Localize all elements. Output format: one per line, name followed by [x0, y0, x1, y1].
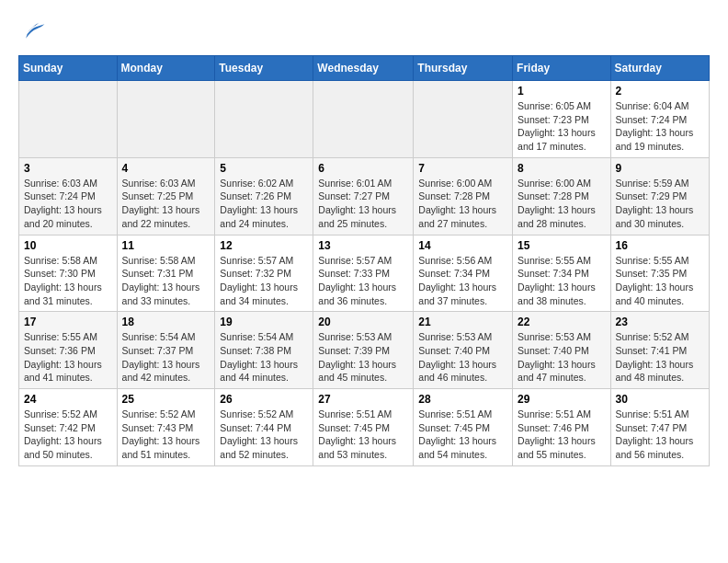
calendar-cell: 19Sunrise: 5:54 AM Sunset: 7:38 PM Dayli…: [215, 312, 313, 389]
day-info: Sunrise: 5:51 AM Sunset: 7:45 PM Dayligh…: [318, 408, 408, 462]
day-info: Sunrise: 5:51 AM Sunset: 7:46 PM Dayligh…: [518, 408, 606, 462]
day-info: Sunrise: 5:54 AM Sunset: 7:38 PM Dayligh…: [220, 330, 308, 385]
calendar-cell: 20Sunrise: 5:53 AM Sunset: 7:39 PM Dayli…: [313, 312, 414, 389]
day-info: Sunrise: 5:56 AM Sunset: 7:34 PM Dayligh…: [418, 254, 507, 308]
day-number: 30: [616, 393, 704, 406]
calendar-table: SundayMondayTuesdayWednesdayThursdayFrid…: [18, 55, 710, 466]
calendar-cell: 27Sunrise: 5:51 AM Sunset: 7:45 PM Dayli…: [313, 389, 414, 466]
day-number: 13: [318, 239, 408, 252]
calendar-header-monday: Monday: [117, 56, 215, 81]
day-info: Sunrise: 5:51 AM Sunset: 7:47 PM Dayligh…: [616, 408, 704, 462]
day-number: 7: [418, 162, 507, 175]
calendar-cell: 8Sunrise: 6:00 AM Sunset: 7:28 PM Daylig…: [513, 157, 611, 235]
calendar-cell: 21Sunrise: 5:53 AM Sunset: 7:40 PM Dayli…: [414, 312, 513, 389]
calendar-cell: 3Sunrise: 6:03 AM Sunset: 7:24 PM Daylig…: [19, 157, 118, 235]
day-info: Sunrise: 5:52 AM Sunset: 7:44 PM Dayligh…: [220, 408, 308, 462]
calendar-cell: 16Sunrise: 5:55 AM Sunset: 7:35 PM Dayli…: [610, 235, 709, 312]
calendar-cell: 17Sunrise: 5:55 AM Sunset: 7:36 PM Dayli…: [19, 312, 118, 389]
day-number: 1: [518, 85, 606, 98]
day-number: 17: [24, 316, 112, 328]
day-info: Sunrise: 5:53 AM Sunset: 7:39 PM Dayligh…: [318, 330, 408, 385]
day-info: Sunrise: 6:00 AM Sunset: 7:28 PM Dayligh…: [418, 177, 507, 231]
calendar-page: SundayMondayTuesdayWednesdayThursdayFrid…: [0, 0, 728, 481]
calendar-week-row: 1Sunrise: 6:05 AM Sunset: 7:23 PM Daylig…: [19, 81, 710, 158]
day-info: Sunrise: 5:54 AM Sunset: 7:37 PM Dayligh…: [122, 330, 210, 385]
day-info: Sunrise: 5:52 AM Sunset: 7:43 PM Dayligh…: [122, 408, 210, 462]
day-number: 5: [220, 162, 308, 175]
logo-bird-icon: [20, 18, 46, 44]
day-info: Sunrise: 5:55 AM Sunset: 7:34 PM Dayligh…: [518, 254, 606, 308]
calendar-cell: [19, 81, 118, 158]
day-info: Sunrise: 6:03 AM Sunset: 7:25 PM Dayligh…: [122, 177, 210, 231]
day-number: 20: [318, 316, 408, 328]
day-number: 18: [122, 316, 210, 328]
calendar-header-tuesday: Tuesday: [215, 56, 313, 81]
day-number: 15: [518, 239, 606, 252]
day-info: Sunrise: 5:53 AM Sunset: 7:40 PM Dayligh…: [418, 330, 507, 385]
calendar-cell: 7Sunrise: 6:00 AM Sunset: 7:28 PM Daylig…: [414, 157, 513, 235]
day-info: Sunrise: 5:58 AM Sunset: 7:31 PM Dayligh…: [122, 254, 210, 308]
calendar-cell: 26Sunrise: 5:52 AM Sunset: 7:44 PM Dayli…: [215, 389, 313, 466]
calendar-cell: [215, 81, 313, 158]
calendar-cell: 28Sunrise: 5:51 AM Sunset: 7:45 PM Dayli…: [414, 389, 513, 466]
day-info: Sunrise: 5:58 AM Sunset: 7:30 PM Dayligh…: [24, 254, 112, 308]
calendar-header-friday: Friday: [513, 56, 611, 81]
day-number: 11: [122, 239, 210, 252]
calendar-cell: 25Sunrise: 5:52 AM Sunset: 7:43 PM Dayli…: [117, 389, 215, 466]
calendar-cell: 11Sunrise: 5:58 AM Sunset: 7:31 PM Dayli…: [117, 235, 215, 312]
calendar-cell: 2Sunrise: 6:04 AM Sunset: 7:24 PM Daylig…: [610, 81, 709, 158]
day-info: Sunrise: 5:52 AM Sunset: 7:42 PM Dayligh…: [24, 408, 112, 462]
calendar-header-thursday: Thursday: [414, 56, 513, 81]
calendar-cell: 23Sunrise: 5:52 AM Sunset: 7:41 PM Dayli…: [610, 312, 709, 389]
calendar-cell: 30Sunrise: 5:51 AM Sunset: 7:47 PM Dayli…: [610, 389, 709, 466]
calendar-week-row: 3Sunrise: 6:03 AM Sunset: 7:24 PM Daylig…: [19, 157, 710, 235]
day-info: Sunrise: 5:53 AM Sunset: 7:40 PM Dayligh…: [518, 330, 606, 385]
calendar-cell: 22Sunrise: 5:53 AM Sunset: 7:40 PM Dayli…: [513, 312, 611, 389]
day-info: Sunrise: 5:52 AM Sunset: 7:41 PM Dayligh…: [616, 330, 704, 385]
calendar-cell: 18Sunrise: 5:54 AM Sunset: 7:37 PM Dayli…: [117, 312, 215, 389]
day-info: Sunrise: 5:57 AM Sunset: 7:33 PM Dayligh…: [318, 254, 408, 308]
header: [18, 15, 710, 48]
day-info: Sunrise: 6:04 AM Sunset: 7:24 PM Dayligh…: [616, 99, 704, 154]
day-number: 23: [616, 316, 704, 328]
calendar-week-row: 17Sunrise: 5:55 AM Sunset: 7:36 PM Dayli…: [19, 312, 710, 389]
calendar-cell: 24Sunrise: 5:52 AM Sunset: 7:42 PM Dayli…: [19, 389, 118, 466]
calendar-cell: 13Sunrise: 5:57 AM Sunset: 7:33 PM Dayli…: [313, 235, 414, 312]
calendar-cell: 9Sunrise: 5:59 AM Sunset: 7:29 PM Daylig…: [610, 157, 709, 235]
day-number: 14: [418, 239, 507, 252]
day-number: 3: [24, 162, 112, 175]
calendar-header-sunday: Sunday: [19, 56, 118, 81]
calendar-cell: [117, 81, 215, 158]
calendar-week-row: 10Sunrise: 5:58 AM Sunset: 7:30 PM Dayli…: [19, 235, 710, 312]
day-info: Sunrise: 6:01 AM Sunset: 7:27 PM Dayligh…: [318, 177, 408, 231]
calendar-cell: 5Sunrise: 6:02 AM Sunset: 7:26 PM Daylig…: [215, 157, 313, 235]
calendar-header-row: SundayMondayTuesdayWednesdayThursdayFrid…: [19, 56, 710, 81]
day-number: 27: [318, 393, 408, 406]
day-number: 2: [616, 85, 704, 98]
calendar-cell: 15Sunrise: 5:55 AM Sunset: 7:34 PM Dayli…: [513, 235, 611, 312]
day-number: 29: [518, 393, 606, 406]
calendar-header-saturday: Saturday: [610, 56, 709, 81]
day-number: 26: [220, 393, 308, 406]
day-info: Sunrise: 6:02 AM Sunset: 7:26 PM Dayligh…: [220, 177, 308, 231]
calendar-cell: 14Sunrise: 5:56 AM Sunset: 7:34 PM Dayli…: [414, 235, 513, 312]
day-info: Sunrise: 5:51 AM Sunset: 7:45 PM Dayligh…: [418, 408, 507, 462]
day-number: 21: [418, 316, 507, 328]
calendar-cell: 10Sunrise: 5:58 AM Sunset: 7:30 PM Dayli…: [19, 235, 118, 312]
day-number: 12: [220, 239, 308, 252]
calendar-header-wednesday: Wednesday: [313, 56, 414, 81]
calendar-cell: 29Sunrise: 5:51 AM Sunset: 7:46 PM Dayli…: [513, 389, 611, 466]
day-info: Sunrise: 6:00 AM Sunset: 7:28 PM Dayligh…: [518, 177, 606, 231]
day-info: Sunrise: 5:55 AM Sunset: 7:36 PM Dayligh…: [24, 330, 112, 385]
day-number: 6: [318, 162, 408, 175]
day-number: 4: [122, 162, 210, 175]
day-info: Sunrise: 6:05 AM Sunset: 7:23 PM Dayligh…: [518, 99, 606, 154]
day-number: 19: [220, 316, 308, 328]
day-number: 24: [24, 393, 112, 406]
calendar-cell: 1Sunrise: 6:05 AM Sunset: 7:23 PM Daylig…: [513, 81, 611, 158]
day-number: 16: [616, 239, 704, 252]
day-info: Sunrise: 5:59 AM Sunset: 7:29 PM Dayligh…: [616, 177, 704, 231]
day-info: Sunrise: 5:55 AM Sunset: 7:35 PM Dayligh…: [616, 254, 704, 308]
day-number: 9: [616, 162, 704, 175]
day-number: 22: [518, 316, 606, 328]
